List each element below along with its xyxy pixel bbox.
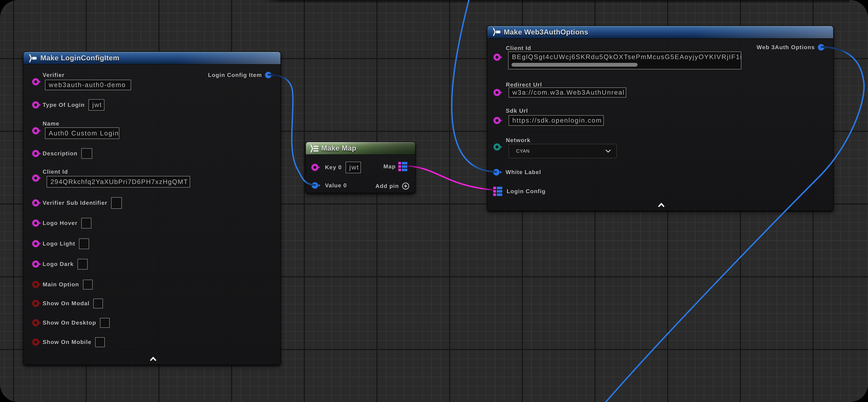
bool-pin-icon[interactable]: [32, 299, 42, 307]
make-map-icon: [310, 144, 319, 153]
map-pin-icon[interactable]: [493, 187, 503, 196]
string-pin-icon[interactable]: [493, 89, 503, 96]
pin-label: Logo Light: [43, 240, 75, 247]
show-on-mobile-checkbox[interactable]: [95, 337, 105, 347]
pin-row-network: Network CYAN: [487, 137, 833, 160]
sdk-url-input[interactable]: https://sdk.openlogin.com: [508, 115, 604, 126]
description-input[interactable]: [81, 148, 92, 159]
client-id-input[interactable]: BEglQSgt4cUWcj6SKRdu5QkOXTsePmMcusG5EAoy…: [508, 52, 741, 69]
dropdown-chevron-icon: [606, 149, 611, 153]
string-pin-icon[interactable]: [32, 101, 42, 109]
input-value-text: jwt: [92, 101, 102, 109]
string-pin-icon[interactable]: [32, 150, 42, 157]
pin-row-type-of-login: Type Of Login jwt: [32, 99, 104, 111]
node-title: Make Web3AuthOptions: [504, 26, 588, 38]
node-titlebar[interactable]: Make Web3AuthOptions: [487, 26, 833, 39]
node-title: Make LoginConfigItem: [40, 52, 120, 64]
pin-label: Value 0: [325, 182, 347, 189]
string-pin-icon[interactable]: [311, 164, 321, 171]
pin-label: Key 0: [325, 164, 342, 171]
node-make-loginconfigitem[interactable]: Make LoginConfigItem Login Config Item V…: [23, 52, 281, 365]
add-pin-button[interactable]: Add pin: [375, 180, 409, 192]
pin-row-client-id: Client Id BEglQSgt4cUWcj6SKRdu5QkOXTsePm…: [487, 45, 833, 72]
pin-row-redirect-url: Redirect Url w3a://com.w3a.Web3AuthUnrea…: [487, 82, 833, 100]
pin-row-login-config: Login Config: [493, 185, 546, 197]
node-titlebar[interactable]: Make LoginConfigItem: [24, 52, 280, 64]
input-value-text: BEglQSgt4cUWcj6SKRdu5QkOXTsePmMcusG5EAoy…: [512, 52, 741, 62]
pin-label: Network: [506, 137, 531, 144]
client-id-input[interactable]: 294QRkchfq2YaXUbPri7D6PH7xzHgQMT: [46, 176, 190, 188]
logo-dark-input[interactable]: [78, 259, 88, 269]
pin-row-sdk-url: Sdk Url https://sdk.openlogin.com: [487, 108, 833, 127]
input-value-text: jwt: [349, 164, 359, 171]
wire-map-to-login-config[interactable]: [408, 166, 492, 190]
wildcard-pin-icon[interactable]: [311, 182, 321, 189]
pin-row-map-output: Map: [383, 161, 408, 172]
pin-row-verifier: Verifier web3auth-auth0-demo: [24, 72, 280, 92]
string-pin-icon[interactable]: [32, 78, 42, 86]
string-pin-icon[interactable]: [32, 174, 42, 182]
string-pin-icon[interactable]: [32, 219, 42, 227]
client-id-scrollbar[interactable]: [512, 63, 638, 67]
pin-row-value0: Value 0: [311, 179, 347, 191]
node-make-map[interactable]: Make Map Key 0 jwt Value 0: [305, 142, 415, 193]
pin-row-key0: Key 0 jwt: [311, 162, 361, 173]
show-on-desktop-checkbox[interactable]: [100, 318, 110, 328]
collapse-node-icon[interactable]: [658, 202, 665, 207]
pin-label: Description: [43, 150, 78, 157]
node-make-web3authoptions[interactable]: Make Web3AuthOptions Web 3Auth Options C…: [487, 26, 834, 211]
pin-label: Type Of Login: [43, 102, 85, 108]
logo-hover-input[interactable]: [81, 218, 91, 229]
make-struct-icon: [493, 28, 501, 36]
pin-row-main-option: Main Option: [32, 279, 93, 290]
pin-row-show-on-desktop: Show On Desktop: [32, 317, 110, 328]
pin-row-name: Name Auth0 Custom Login: [24, 120, 280, 140]
input-value-text: https://sdk.openlogin.com: [513, 117, 602, 124]
offscreen-node-shadow: [261, 0, 850, 4]
pin-label: Client Id: [43, 169, 68, 175]
enum-pin-icon[interactable]: [493, 143, 503, 151]
collapse-node-icon[interactable]: [150, 356, 156, 361]
pin-label: White Label: [506, 169, 541, 176]
key0-input[interactable]: jwt: [346, 162, 361, 173]
pin-row-show-on-mobile: Show On Mobile: [32, 336, 105, 348]
pin-label: Show On Mobile: [43, 339, 91, 345]
pin-row-show-on-modal: Show On Modal: [32, 297, 103, 309]
node-title: Make Map: [321, 142, 356, 154]
pin-label: Logo Dark: [43, 261, 74, 267]
main-option-checkbox[interactable]: [83, 280, 93, 289]
pin-row-description: Description: [32, 148, 92, 160]
network-dropdown[interactable]: CYAN: [508, 144, 617, 158]
verifier-sub-identifier-input[interactable]: [111, 197, 122, 209]
pin-label: Main Option: [43, 281, 79, 288]
map-pin-icon[interactable]: [398, 162, 408, 171]
string-pin-icon[interactable]: [493, 53, 503, 61]
pin-label: Sdk Url: [506, 108, 528, 114]
input-value-text: web3auth-auth0-demo: [49, 81, 126, 89]
pin-row-client-id: Client Id 294QRkchfq2YaXUbPri7D6PH7xzHgQ…: [24, 169, 280, 189]
bool-pin-icon[interactable]: [32, 281, 42, 288]
pin-label: Verifier Sub Identifier: [43, 200, 107, 206]
type-of-login-input[interactable]: jwt: [88, 99, 104, 111]
object-pin-icon[interactable]: [493, 168, 503, 176]
bool-pin-icon[interactable]: [32, 338, 42, 346]
logo-light-input[interactable]: [79, 238, 89, 249]
input-value-text: 294QRkchfq2YaXUbPri7D6PH7xzHgQMT: [51, 178, 188, 185]
pin-label: Login Config: [507, 188, 546, 195]
string-pin-icon[interactable]: [32, 260, 42, 268]
verifier-input[interactable]: web3auth-auth0-demo: [45, 80, 131, 90]
pin-row-logo-dark: Logo Dark: [32, 258, 88, 270]
node-titlebar[interactable]: Make Map: [306, 142, 415, 155]
string-pin-icon[interactable]: [32, 240, 42, 248]
make-struct-icon: [29, 54, 37, 62]
string-pin-icon[interactable]: [32, 127, 42, 135]
string-pin-icon[interactable]: [32, 199, 42, 207]
pin-label: Show On Desktop: [43, 320, 96, 326]
string-pin-icon[interactable]: [493, 117, 503, 124]
bool-pin-icon[interactable]: [32, 319, 42, 326]
show-on-modal-checkbox[interactable]: [93, 298, 103, 309]
pin-label: Redirect Url: [506, 82, 542, 88]
redirect-url-input[interactable]: w3a://com.w3a.Web3AuthUnreal: [508, 87, 626, 97]
graph-canvas[interactable]: Make LoginConfigItem Login Config Item V…: [0, 0, 868, 402]
name-input[interactable]: Auth0 Custom Login: [45, 127, 119, 139]
